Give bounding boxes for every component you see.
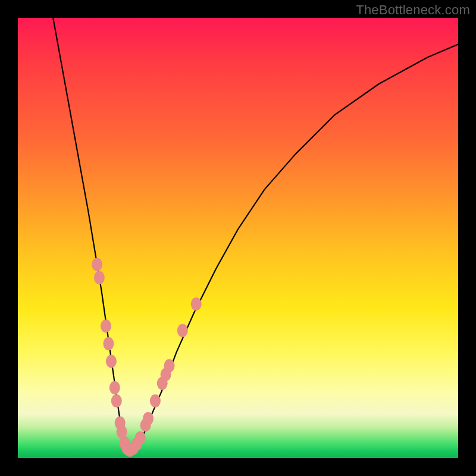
chart-svg	[18, 18, 458, 458]
watermark-text: TheBottleneck.com	[356, 2, 470, 18]
plot-area	[18, 18, 458, 458]
highlight-dot	[164, 359, 175, 372]
highlight-dot	[92, 258, 102, 271]
chart-frame: TheBottleneck.com	[0, 0, 476, 476]
highlight-dot	[150, 394, 161, 408]
highlight-dot	[106, 355, 117, 368]
highlight-dot	[111, 394, 122, 408]
highlight-dot	[109, 381, 120, 394]
highlight-dot	[143, 412, 154, 425]
highlight-dot	[94, 271, 105, 284]
highlight-dot	[103, 337, 114, 350]
highlight-dot	[117, 425, 127, 439]
highlight-dot	[135, 431, 146, 444]
highlight-dots-group	[92, 258, 202, 456]
highlight-dot	[101, 320, 111, 333]
highlight-dot	[191, 298, 202, 311]
highlight-dot	[177, 324, 188, 337]
